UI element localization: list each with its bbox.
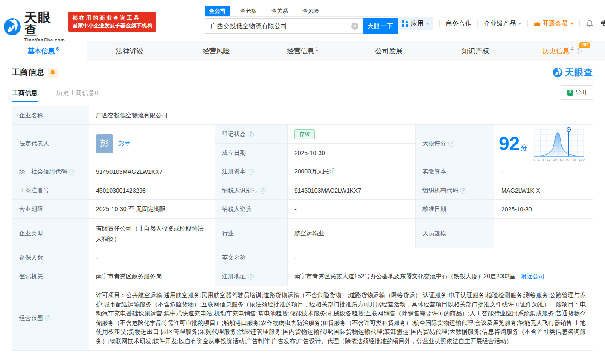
user-menu[interactable]: 费米 — [600, 20, 605, 28]
axis-tick: 99 — [573, 158, 576, 162]
help-icon[interactable] — [260, 188, 266, 194]
watermark-text: 天眼查 — [565, 66, 593, 78]
table-row: 登记机关 南宁市青秀区政务服务局 注册地址 南宁市青秀区民族大道152号办公基地… — [12, 267, 593, 286]
reg-capital-label: 注册资本 — [215, 162, 288, 181]
avatar[interactable]: 彭 — [96, 134, 113, 153]
apps-menu[interactable]: 应用 — [398, 17, 433, 30]
tab-operation-info[interactable]: 经营信息 1 — [259, 41, 346, 61]
legal-rep-link[interactable]: 彭琴 — [118, 140, 130, 147]
notifications-bell-icon[interactable] — [586, 20, 593, 28]
axis-tick: 3 — [542, 158, 544, 162]
watermark-logo: 天眼查 — [553, 66, 593, 78]
tab-legal-litigation[interactable]: 法律诉讼 — [87, 41, 173, 61]
active-underline — [12, 101, 38, 102]
help-icon[interactable] — [460, 188, 466, 194]
tab-label: 法律诉讼 — [116, 47, 143, 56]
help-icon[interactable] — [248, 274, 254, 280]
business-scope-value: 许可项目：公共航空运输;通用航空服务;民用航空器驾驶员培训;道路货物运输（不含危… — [89, 286, 593, 351]
help-icon[interactable]: ? — [576, 48, 582, 54]
tab-label: 经营风险 — [202, 47, 230, 56]
english-name-value: - — [288, 248, 593, 267]
search-tab-risk[interactable]: 查风险 — [298, 6, 323, 16]
business-scope-label: 经营范围 — [12, 286, 89, 351]
tianyancha-logo[interactable]: 天眼查 TianYanCha.com — [3, 11, 65, 43]
help-icon[interactable] — [45, 315, 51, 321]
apps-grid-icon — [402, 20, 408, 27]
staff-size-label: 人员规模 — [416, 219, 494, 248]
open-vip-menu[interactable]: 开通会员 — [534, 20, 573, 28]
help-icon[interactable] — [248, 131, 254, 137]
label-text: 统一社会信用代码 — [19, 168, 67, 176]
search-tab-company[interactable]: 查公司 — [205, 6, 230, 16]
business-info-table: 企业名称 广西交投低空物流有限公司 法定代表人 彭 彭琴 登记状态 存续 成立日… — [12, 106, 593, 351]
insured-count-label: 参保人数 — [12, 248, 89, 267]
nav-divider — [439, 20, 440, 27]
search-input[interactable] — [205, 19, 363, 33]
tab-label: 公司发展 — [375, 47, 403, 56]
company-type-label: 企业类型 — [12, 219, 89, 248]
search-input-wrap: ✕ — [205, 18, 363, 34]
nearby-companies-link[interactable]: 附近公司 — [521, 273, 544, 280]
crown-icon — [534, 21, 541, 26]
tab-company-development[interactable]: 公司发展 — [346, 41, 432, 61]
reg-address-value: 南宁市青秀区民族大道152号办公基地及东盟文化交流中心（铁投大厦）20层2002… — [288, 267, 593, 286]
label-text: 注册资本 — [222, 168, 246, 176]
axis-tick: 100 — [579, 158, 585, 162]
enterprise-products-menu[interactable]: 企业级产品 — [484, 20, 521, 28]
table-row: 营业期限 2025-10-30 至 无固定期限 纳税人资质 - 核准日期 202… — [12, 200, 593, 219]
industry-label: 行业 — [215, 219, 288, 248]
tab-label: 基本信息 — [27, 47, 55, 56]
table-row: 工商注册号 450103001423298 纳税人识别号 91450103MAG… — [12, 181, 593, 200]
subtab-business-info[interactable]: 工商信息 — [12, 89, 38, 102]
business-cooperation-link[interactable]: 商务合作 — [446, 20, 471, 28]
table-row: 经营范围 许可项目：公共航空运输;通用航空服务;民用航空器驾驶员培训;道路货物运… — [12, 286, 593, 351]
export-button[interactable]: 导出 — [561, 85, 593, 100]
reg-authority-value: 南宁市青秀区政务服务局 — [89, 267, 215, 286]
company-type-value: 有限责任公司（非自然人投资或控股的法人独资） — [89, 219, 215, 248]
reg-status-label: 登记状态 — [215, 125, 288, 144]
search-button[interactable]: 天眼一下 — [363, 18, 398, 34]
nav-divider — [477, 20, 478, 27]
tab-basic-info[interactable]: 基本信息 6 — [0, 41, 87, 61]
tab-count: 1 — [315, 46, 318, 52]
score-value: 92分 — [494, 125, 593, 162]
table-row: 企业名称 广西交投低空物流有限公司 — [12, 106, 593, 125]
tab-business-risk[interactable]: 经营风险 — [173, 41, 259, 61]
tianyancha-logo-icon — [3, 17, 21, 37]
brand-name: 天眼查 — [24, 11, 65, 37]
chevron-down-icon — [570, 23, 573, 25]
label-text: 组织机构代码 — [422, 187, 458, 194]
username: 费米 — [600, 20, 605, 28]
vip-badge: VIP — [579, 42, 590, 48]
apps-label: 应用 — [411, 20, 424, 28]
tab-label: 经营信息 — [287, 47, 314, 56]
approval-date-label: 核准日期 — [416, 200, 494, 219]
excel-icon — [567, 90, 573, 96]
subtab-history-business-info[interactable]: 历史工商信息0 — [56, 89, 98, 102]
reg-capital-value: 20000万人民币 — [288, 162, 416, 181]
slogan-line1: 都 在 用 的 商 业 查 询 工 具 — [72, 14, 152, 22]
subscribe-bell-icon[interactable] — [48, 68, 58, 78]
help-icon[interactable] — [248, 169, 254, 175]
reg-status-value: 存续 — [288, 125, 416, 144]
help-icon[interactable] — [69, 169, 75, 175]
nav-divider — [579, 20, 580, 27]
company-tabbar: 基本信息 6 法律诉讼 经营风险 经营信息 1 公司发展 知识产权 VIP 历史… — [0, 41, 605, 61]
site-header: 天眼查 TianYanCha.com 都 在 用 的 商 业 查 询 工 具 国… — [0, 0, 605, 41]
search-tab-relation[interactable]: 查关系 — [267, 6, 292, 16]
establish-date-value: 2025-10-30 — [288, 144, 416, 162]
reg-address-label: 注册地址 — [215, 267, 288, 286]
credit-code-value: 91450103MAG2LW1KX7 — [89, 162, 215, 181]
industry-value: 航空运输业 — [288, 219, 416, 248]
help-icon[interactable] — [448, 141, 454, 147]
score-number: 92 — [499, 133, 520, 154]
subtab-label: 工商信息 — [12, 89, 38, 96]
tab-history-info[interactable]: VIP 历史信息 4 ? — [518, 41, 605, 61]
paid-capital-label: 实缴资本 — [416, 162, 494, 181]
axis-tick: 0 — [533, 158, 535, 162]
clear-search-icon[interactable]: ✕ — [351, 23, 358, 30]
reg-number-value: 450103001423298 — [89, 181, 215, 200]
taxpayer-quality-value: - — [288, 200, 416, 219]
search-tab-boss[interactable]: 查老板 — [236, 6, 261, 16]
tab-intellectual-property[interactable]: 知识产权 — [432, 41, 519, 61]
